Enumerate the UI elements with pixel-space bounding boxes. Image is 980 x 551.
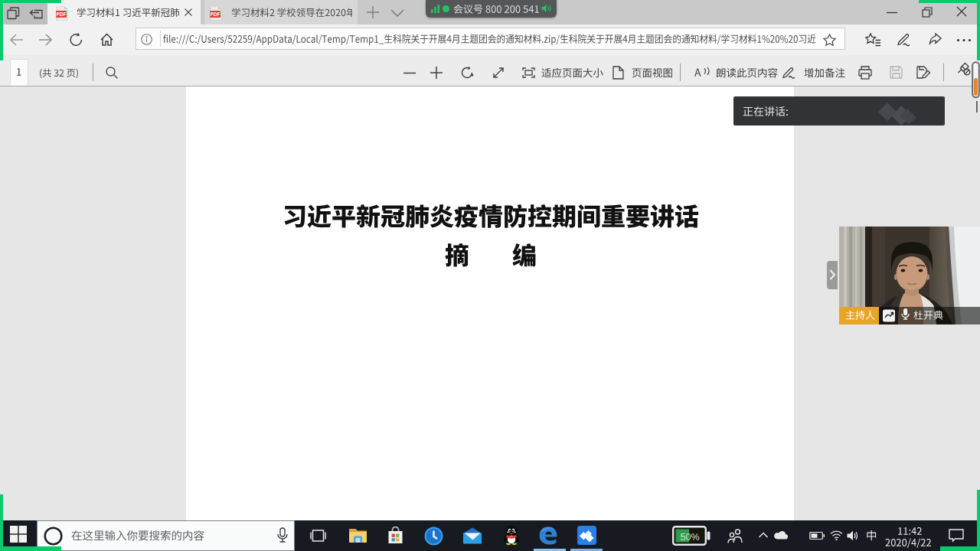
svg-text:50%: 50% <box>680 532 699 543</box>
svg-text:PDF: PDF <box>57 11 67 17</box>
svg-text:PDF: PDF <box>211 11 220 17</box>
